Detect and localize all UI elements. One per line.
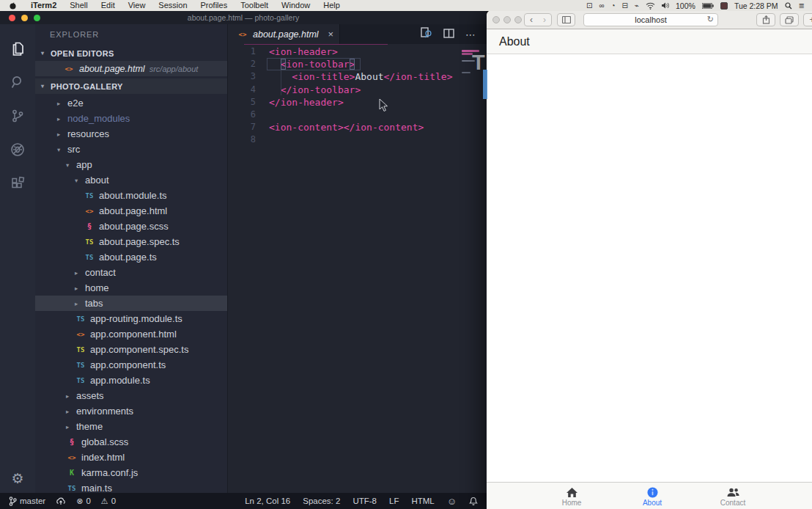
eol-sequence[interactable]: LF	[389, 497, 399, 505]
menu-window[interactable]: Window	[275, 0, 317, 11]
forward-button[interactable]: ›	[538, 14, 551, 26]
code-line-3[interactable]: 3 <ion-title>About</ion-title>	[228, 70, 487, 83]
minimize-window-button[interactable]	[503, 16, 511, 23]
tree-item-app.component.spec.ts[interactable]: TSapp.component.spec.ts	[35, 342, 227, 357]
tree-item-environments[interactable]: ▸environments	[35, 403, 227, 419]
code-line-7[interactable]: 7<ion-content></ion-content>	[228, 121, 487, 133]
close-window-button[interactable]	[9, 15, 15, 21]
close-tab-icon[interactable]: ×	[328, 29, 333, 40]
app-status-icon[interactable]	[720, 2, 728, 10]
address-bar[interactable]: localhost ↻	[583, 13, 718, 26]
cursor-position[interactable]: Ln 2, Col 16	[245, 497, 290, 505]
tab-overview-button[interactable]	[780, 13, 799, 26]
menu-profiles[interactable]: Profiles	[194, 0, 235, 11]
ion-tab-about[interactable]: About	[612, 483, 693, 509]
code-line-1[interactable]: 1<ion-header>	[228, 45, 487, 58]
display-icon[interactable]: ⊟	[622, 0, 628, 11]
feedback-smiley-icon[interactable]: ☺	[447, 496, 457, 507]
sync-publish-button[interactable]	[56, 497, 66, 505]
tree-item-tabs[interactable]: ▸tabs	[35, 296, 227, 311]
tree-item-index.html[interactable]: <>index.html	[35, 450, 227, 465]
encoding[interactable]: UTF-8	[353, 497, 377, 505]
debug-icon[interactable]	[0, 133, 35, 166]
tree-item-main.ts[interactable]: TSmain.ts	[35, 480, 227, 493]
menu-toolbelt[interactable]: Toolbelt	[234, 0, 275, 11]
tree-item-home[interactable]: ▸home	[35, 280, 227, 296]
code-line-2[interactable]: 2 <ion-toolbar>	[228, 58, 487, 70]
search-editor-icon[interactable]	[421, 27, 432, 41]
glasses-icon[interactable]: ∞	[599, 0, 604, 11]
git-branch-indicator[interactable]: master	[9, 497, 45, 506]
problems-warnings[interactable]: ⚠ 0	[101, 497, 116, 506]
sidebar-button[interactable]	[557, 13, 575, 26]
wifi-icon[interactable]	[646, 2, 655, 10]
vscode-titlebar[interactable]: about.page.html — photo-gallery	[0, 11, 487, 24]
power-icon[interactable]: ⌁	[635, 0, 639, 11]
open-editor-item[interactable]: <> about.page.html src/app/about	[35, 61, 227, 76]
open-editors-section[interactable]: ▾ OPEN EDITORS	[35, 45, 227, 61]
tree-item-about.page.scss[interactable]: §about.page.scss	[35, 219, 227, 234]
tree-item-about.page.spec.ts[interactable]: TSabout.page.spec.ts	[35, 234, 227, 249]
notifications-bell-icon[interactable]	[469, 497, 478, 506]
tree-item-about.module.ts[interactable]: TSabout.module.ts	[35, 188, 227, 203]
tree-item-global.scss[interactable]: §global.scss	[35, 434, 227, 450]
code-line-5[interactable]: 5</ion-header>	[228, 96, 487, 109]
spotlight-icon[interactable]	[785, 2, 792, 10]
tree-item-about[interactable]: ▾about	[35, 172, 227, 188]
menu-clock[interactable]: Tue 2:28 PM	[734, 1, 778, 10]
minimize-window-button[interactable]	[21, 15, 28, 21]
tree-item-app.component.ts[interactable]: TSapp.component.ts	[35, 357, 227, 373]
tree-item-app.component.html[interactable]: <>app.component.html	[35, 326, 227, 342]
explorer-icon[interactable]	[0, 32, 35, 65]
tree-item-contact[interactable]: ▸contact	[35, 265, 227, 280]
close-window-button[interactable]	[492, 16, 500, 23]
menu-iterm2[interactable]: iTerm2	[24, 0, 63, 11]
project-section[interactable]: ▾ PHOTO-GALLERY	[35, 78, 227, 94]
line-number: 7	[228, 121, 256, 133]
language-mode[interactable]: HTML	[411, 497, 434, 505]
menu-help[interactable]: Help	[317, 0, 347, 11]
tab-about-page-html[interactable]: <> about.page.html ×	[228, 24, 340, 44]
share-button[interactable]	[756, 13, 775, 26]
split-editor-icon[interactable]	[443, 28, 454, 41]
tree-item-theme[interactable]: ▸theme	[35, 419, 227, 434]
tree-item-resources[interactable]: ▸resources	[35, 126, 227, 142]
ion-tab-home[interactable]: Home	[531, 483, 612, 509]
tree-item-app[interactable]: ▾app	[35, 157, 227, 172]
settings-gear-icon[interactable]: ⚙	[11, 470, 23, 487]
zoom-window-button[interactable]	[514, 16, 522, 23]
tree-item-app-routing.module.ts[interactable]: TSapp-routing.module.ts	[35, 311, 227, 326]
tree-item-karma.conf.js[interactable]: Kkarma.conf.js	[35, 465, 227, 480]
more-actions-icon[interactable]: ⋯	[465, 29, 476, 40]
tree-item-node_modules[interactable]: ▸node_modules	[35, 111, 227, 126]
indentation[interactable]: Spaces: 2	[303, 497, 340, 505]
ion-tab-contact[interactable]: Contact	[693, 483, 773, 509]
code-area[interactable]: 1<ion-header>2 <ion-toolbar>3 <ion-title…	[228, 45, 487, 147]
reload-icon[interactable]: ↻	[707, 15, 714, 24]
code-line-6[interactable]: 6	[228, 109, 487, 121]
apple-logo-icon[interactable]	[9, 1, 17, 10]
search-icon[interactable]	[0, 65, 35, 99]
tree-item-assets[interactable]: ▸assets	[35, 388, 227, 403]
tree-item-e2e[interactable]: ▸e2e	[35, 95, 227, 111]
new-tab-button[interactable]: +	[803, 13, 812, 26]
menu-view[interactable]: View	[122, 0, 152, 11]
notification-center-icon[interactable]: ≣	[799, 0, 805, 11]
tree-item-about.page.ts[interactable]: TSabout.page.ts	[35, 249, 227, 265]
menu-edit[interactable]: Edit	[95, 0, 122, 11]
menu-shell[interactable]: Shell	[63, 0, 94, 11]
problems-errors[interactable]: ⊗ 0	[76, 497, 91, 506]
screen-record-icon[interactable]: ⊡	[586, 0, 592, 11]
tree-item-src[interactable]: ▾src	[35, 142, 227, 157]
code-line-4[interactable]: 4 </ion-toolbar>	[228, 84, 487, 96]
clock-icon[interactable]: ◔	[611, 0, 616, 11]
menu-session[interactable]: Session	[152, 0, 193, 11]
tree-item-app.module.ts[interactable]: TSapp.module.ts	[35, 373, 227, 388]
source-control-icon[interactable]	[0, 99, 35, 133]
extensions-icon[interactable]	[0, 166, 35, 200]
code-line-8[interactable]: 8	[228, 133, 487, 146]
volume-icon[interactable]	[662, 2, 669, 9]
zoom-window-button[interactable]	[34, 15, 40, 21]
back-button[interactable]: ‹	[525, 14, 538, 26]
tree-item-about.page.html[interactable]: <>about.page.html	[35, 203, 227, 219]
